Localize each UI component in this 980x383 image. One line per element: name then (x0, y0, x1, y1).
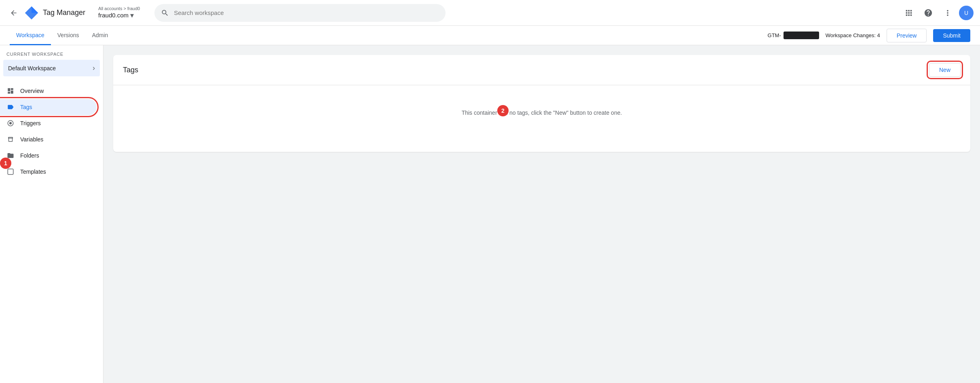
sidebar-item-label: Folders (20, 152, 39, 159)
svg-point-3 (9, 122, 12, 124)
new-tag-button[interactable]: New (929, 63, 961, 77)
variables-icon (6, 135, 15, 143)
workspace-changes: Workspace Changes: 4 (826, 32, 880, 38)
avatar[interactable]: U (959, 6, 974, 20)
tags-icon (6, 103, 15, 111)
tag-manager-logo (24, 6, 39, 20)
overview-icon (6, 87, 15, 95)
folders-icon (6, 152, 15, 160)
tags-header: Tags New (113, 55, 970, 85)
workspace-selector[interactable]: Default Workspace › (3, 60, 100, 76)
content-area: Tags New This container has no tags, cli… (103, 45, 980, 383)
current-workspace-label: CURRENT WORKSPACE (0, 52, 103, 60)
tab-admin[interactable]: Admin (85, 26, 114, 45)
tags-title: Tags (123, 66, 138, 74)
sidebar-item-tags[interactable]: Tags (0, 99, 97, 115)
sidebar-item-templates[interactable]: Templates (0, 164, 97, 180)
sidebar-item-label: Variables (20, 136, 43, 143)
account-name: fraud0.com ▾ (98, 11, 140, 20)
submit-button[interactable]: Submit (933, 29, 970, 42)
sidebar-item-label: Tags (20, 104, 32, 110)
sidebar-item-label: Triggers (20, 120, 41, 126)
workspace-name: Default Workspace (8, 65, 56, 72)
gtm-id-value: ━━━━━━━━ (784, 32, 819, 39)
gtm-id: GTM- ━━━━━━━━ (768, 32, 819, 39)
tab-workspace[interactable]: Workspace (10, 26, 51, 45)
search-bar[interactable] (154, 4, 446, 22)
apps-icon-button[interactable] (901, 5, 917, 21)
svg-rect-4 (8, 169, 13, 175)
search-icon (161, 9, 169, 17)
sidebar: CURRENT WORKSPACE Default Workspace › Ov… (0, 45, 103, 383)
tags-empty-message: This container has no tags, click the "N… (113, 85, 970, 140)
triggers-icon (6, 119, 15, 127)
sidebar-item-triggers[interactable]: Triggers (0, 115, 97, 131)
chevron-down-icon: ▾ (130, 11, 134, 20)
svg-marker-1 (32, 6, 38, 13)
account-selector[interactable]: All accounts > fraud0 fraud0.com ▾ (98, 6, 140, 20)
sidebar-item-variables[interactable]: Variables (0, 131, 97, 147)
workspace-chevron-icon: › (93, 64, 95, 72)
tags-panel: Tags New This container has no tags, cli… (113, 55, 970, 152)
tab-versions[interactable]: Versions (51, 26, 86, 45)
preview-button[interactable]: Preview (887, 29, 927, 42)
sidebar-item-overview[interactable]: Overview (0, 83, 97, 99)
more-icon-button[interactable] (940, 5, 956, 21)
account-path: All accounts > fraud0 (98, 6, 140, 11)
help-icon-button[interactable] (920, 5, 936, 21)
back-button[interactable] (6, 6, 21, 20)
sidebar-item-label: Templates (20, 168, 46, 175)
sidebar-item-label: Overview (20, 88, 44, 94)
app-title: Tag Manager (43, 8, 85, 17)
sidebar-item-folders[interactable]: Folders (0, 147, 97, 164)
templates-icon (6, 168, 15, 176)
search-input[interactable] (174, 9, 439, 16)
